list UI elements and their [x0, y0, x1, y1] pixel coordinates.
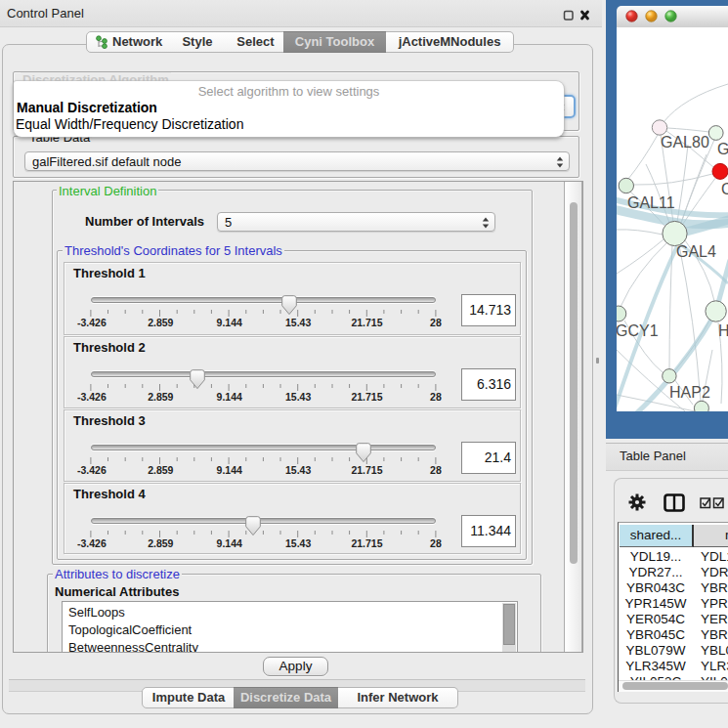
svg-text:GAL11: GAL11 — [627, 194, 675, 211]
svg-text:HAP2: HAP2 — [669, 384, 710, 401]
svg-text:G.: G. — [717, 141, 728, 157]
svg-text:GAL4: GAL4 — [676, 243, 716, 260]
svg-text:H: H — [718, 322, 728, 339]
svg-text:GCY1: GCY1 — [617, 322, 659, 339]
svg-text:GAL80: GAL80 — [661, 134, 709, 150]
svg-text:C: C — [721, 181, 728, 197]
